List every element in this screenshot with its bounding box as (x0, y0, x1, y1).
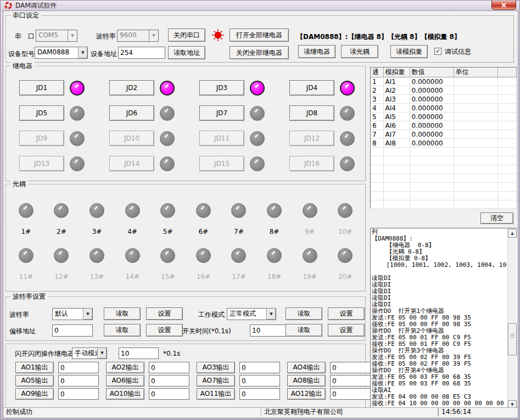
baud-setting-select[interactable]: 默认 ▼ (52, 308, 93, 320)
flash-mode-select[interactable]: 手动模式 ▼ (72, 348, 107, 359)
read-analog-button[interactable]: 读模拟量 (390, 45, 428, 58)
ao-output-input[interactable] (239, 375, 280, 387)
relay-cell: JD4 (277, 75, 367, 100)
baud-set-button[interactable]: 设置 (146, 307, 183, 320)
relay-button[interactable]: JD13 (19, 156, 64, 171)
debug-checkbox[interactable]: ✓ (434, 48, 441, 55)
ao-output-button[interactable]: AO3输出 (197, 362, 235, 373)
relay-button[interactable]: JD16 (289, 156, 334, 171)
scroll-up-icon[interactable]: ▲ (508, 229, 517, 238)
opto-label: 9# (305, 228, 315, 236)
work-mode-read-button[interactable]: 读取 (286, 307, 322, 320)
offset-input[interactable] (52, 324, 93, 337)
relay-button[interactable]: JD9 (19, 131, 64, 146)
relay-button[interactable]: JD15 (199, 156, 244, 171)
ao-output-input[interactable] (330, 362, 371, 373)
cell-channel (371, 165, 383, 174)
baud-setting-dropdown-button[interactable]: ▼ (83, 309, 92, 320)
baud-dropdown-button[interactable]: ▼ (149, 30, 158, 41)
relay-button[interactable]: JD2 (109, 80, 154, 96)
ao-output-button[interactable]: AO2输出 (106, 362, 144, 373)
close-serial-button[interactable]: 关闭串口 (168, 29, 205, 42)
ao-output-cell: AO10输出 (106, 388, 197, 401)
ao-output-input[interactable] (239, 388, 280, 400)
ao-output-input[interactable] (58, 375, 99, 387)
switch-time-set-button[interactable]: 设置 (328, 324, 365, 337)
relay-light-icon (160, 131, 175, 146)
relay-button[interactable]: JD1 (19, 80, 64, 96)
relay-cell: JD10 (97, 126, 187, 151)
relay-button[interactable]: JD6 (109, 105, 154, 121)
read-relay-button[interactable]: 读继电器 (298, 45, 336, 58)
offset-set-button[interactable]: 设置 (146, 324, 183, 337)
relay-button[interactable]: JD7 (199, 105, 244, 121)
relay-button[interactable]: JD10 (109, 131, 154, 146)
opto-light-icon (267, 248, 282, 263)
baud-read-button[interactable]: 读取 (104, 307, 141, 320)
log-line: 读取DI (372, 275, 507, 282)
cell-value: 0.000000 (410, 86, 454, 95)
ao-output-input[interactable] (239, 362, 280, 373)
addr-input[interactable] (118, 47, 165, 59)
ao-output-button[interactable]: AO1输出 (15, 362, 54, 373)
col-channel: 通 (371, 68, 383, 77)
switch-time-read-button[interactable]: 读取 (286, 324, 322, 337)
cell-analog (383, 148, 410, 156)
offset-read-button[interactable]: 读取 (104, 324, 141, 337)
ao-output-button[interactable]: AO7输出 (197, 375, 235, 387)
ao-output-input[interactable] (330, 388, 371, 400)
close-button[interactable] (491, 1, 516, 10)
work-mode-label: 工作模式 (198, 311, 225, 319)
baud-setting-label: 波特率 (9, 311, 29, 319)
client-area: 串口设定 串 口 COM5 ▼ 波特率 9600 ▼ 关闭串口 (3, 10, 518, 418)
ao-output-button[interactable]: AO8输出 (287, 375, 326, 387)
ao-output-button[interactable]: AO6输出 (106, 375, 144, 387)
addr-label: 设备地址 (91, 50, 117, 58)
cell-analog (383, 174, 410, 183)
baud-select[interactable]: 9600 ▼ (117, 30, 159, 42)
ao-output-input[interactable] (149, 388, 189, 400)
relay-button[interactable]: JD3 (199, 80, 244, 96)
port-select[interactable]: COM5 ▼ (36, 30, 77, 42)
relay-button[interactable]: JD8 (289, 105, 334, 121)
clear-log-button[interactable]: 清空 (480, 212, 513, 224)
open-all-relays-button[interactable]: 打开全部继电器 (230, 29, 289, 42)
relay-button[interactable]: JD4 (289, 80, 334, 96)
relay-button[interactable]: JD11 (199, 131, 244, 146)
ao-output-button[interactable]: AO11输出 (197, 388, 235, 400)
relay-button[interactable]: JD12 (289, 131, 334, 146)
relay-light-icon (70, 156, 85, 171)
ao-output-button[interactable]: AO9输出 (15, 388, 54, 400)
close-all-relays-button[interactable]: 关闭全部继电器 (230, 46, 289, 59)
ao-output-button[interactable]: AO10输出 (106, 388, 144, 400)
model-dropdown-button[interactable]: ▼ (78, 47, 87, 58)
flash-time-input[interactable] (119, 348, 159, 359)
ao-output-button[interactable]: AO4输出 (287, 362, 326, 373)
read-addr-button[interactable]: 读取地址 (168, 46, 205, 59)
work-mode-select[interactable]: 正常模式 ▼ (227, 308, 276, 320)
relay-button[interactable]: JD5 (19, 105, 64, 121)
cell-analog: AI8 (383, 139, 410, 148)
ao-output-button[interactable]: AO5输出 (15, 375, 54, 387)
ao-output-input[interactable] (58, 362, 99, 373)
cell-channel: 7 (371, 130, 383, 139)
ao-output-input[interactable] (149, 362, 189, 373)
port-dropdown-button[interactable]: ▼ (68, 30, 77, 41)
log-scrollbar[interactable]: ▲ ▼ (507, 229, 516, 409)
flash-mode-dropdown-button[interactable]: ▼ (97, 348, 107, 359)
ao-output-input[interactable] (149, 375, 189, 387)
cell-unit (454, 174, 497, 183)
model-select[interactable]: DAM0888 ▼ (35, 47, 88, 59)
ao-output-button[interactable]: AO12输出 (287, 388, 326, 400)
cell-value: 0.000000 (410, 77, 454, 86)
opto-cell: 20# (327, 248, 363, 281)
log-content[interactable]: 列【DAM0888】: 【继电器 0-8】 【光耦 0-8】 【模拟量 0-8】… (372, 229, 507, 409)
ao-output-input[interactable] (330, 375, 371, 387)
work-mode-dropdown-button[interactable]: ▼ (266, 309, 276, 320)
read-opto-button[interactable]: 读光耦 (341, 45, 378, 58)
relay-button[interactable]: JD14 (109, 156, 154, 171)
work-mode-set-button[interactable]: 设置 (328, 307, 365, 320)
scroll-thumb[interactable] (508, 323, 517, 355)
opto-cell: 9# (292, 203, 328, 236)
ao-output-input[interactable] (58, 388, 99, 400)
